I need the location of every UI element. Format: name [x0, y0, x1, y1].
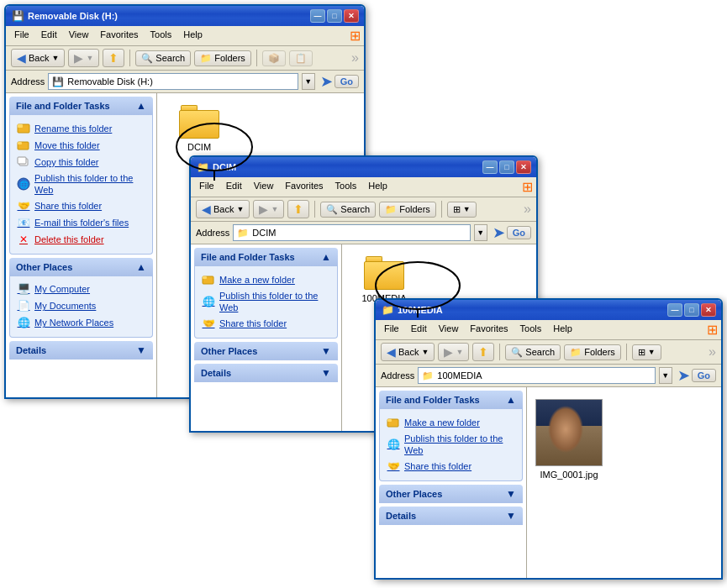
menu-edit-3[interactable]: Edit: [406, 322, 432, 338]
search-icon-3: 🔍: [511, 347, 523, 358]
panel-link-mycomputer-1[interactable]: 🖥️ My Computer: [17, 281, 145, 298]
menu-file-2[interactable]: File: [194, 179, 219, 195]
back-arrow-icon-2: ◀: [202, 202, 211, 216]
maximize-button-1[interactable]: □: [327, 9, 342, 23]
folders-button-2[interactable]: 📁 Folders: [379, 202, 436, 218]
menu-tools-1[interactable]: Tools: [145, 28, 177, 44]
go-button-1[interactable]: Go: [335, 75, 359, 88]
menu-tools-3[interactable]: Tools: [515, 322, 547, 338]
menu-favorites-2[interactable]: Favorites: [280, 179, 328, 195]
go-button-2[interactable]: Go: [507, 226, 531, 239]
menu-favorites-1[interactable]: Favorites: [95, 28, 143, 44]
panel-header-file-tasks-1[interactable]: File and Folder Tasks ▲: [9, 97, 153, 115]
close-button-2[interactable]: ✕: [516, 160, 531, 174]
panel-link-newfolder-2[interactable]: Make a new folder: [202, 271, 330, 288]
panel-header-file-tasks-3[interactable]: File and Folder Tasks ▲: [379, 391, 523, 409]
search-label-2: Search: [340, 204, 370, 214]
view-button-2[interactable]: ⊞ ▼: [447, 202, 477, 218]
panel-header-details-3[interactable]: Details ▼: [379, 507, 523, 525]
folder-body-100media: [364, 261, 404, 290]
panel-link-publish-3[interactable]: 🌐 Publish this folder to the Web: [387, 431, 515, 459]
panel-header-other-2[interactable]: Other Places ▼: [194, 342, 338, 360]
address-dropdown-3[interactable]: ▼: [659, 367, 672, 384]
forward-dropdown-icon-1: ▼: [86, 54, 93, 62]
mydocs-label-1: My Documents: [34, 300, 96, 312]
panel-header-other-3[interactable]: Other Places ▼: [379, 485, 523, 503]
back-button-1[interactable]: ◀ Back ▼: [11, 49, 65, 67]
panel-header-details-2[interactable]: Details ▼: [194, 364, 338, 382]
address-icon-3: 📁: [422, 370, 434, 381]
panel-link-copy-1[interactable]: Copy this folder: [17, 154, 145, 171]
panel-link-mydocs-1[interactable]: 📄 My Documents: [17, 298, 145, 315]
panel-link-publish-1[interactable]: 🌐 Publish this folder to the Web: [17, 171, 145, 198]
svg-rect-12: [536, 400, 602, 465]
menu-favorites-3[interactable]: Favorites: [465, 322, 513, 338]
panel-header-file-tasks-2[interactable]: File and Folder Tasks ▲: [194, 248, 338, 266]
panel-link-share-3[interactable]: 🤝 Share this folder: [387, 459, 515, 475]
up-button-2[interactable]: ⬆: [287, 200, 309, 218]
rename-label-1: Rename this folder: [34, 123, 112, 134]
menu-view-3[interactable]: View: [434, 322, 464, 338]
search-button-2[interactable]: 🔍 Search: [320, 202, 376, 218]
panel-link-publish-2[interactable]: 🌐 Publish this folder to the Web: [202, 288, 330, 316]
close-button-3[interactable]: ✕: [701, 303, 716, 317]
forward-button-2[interactable]: ▶ ▼: [253, 200, 284, 218]
go-button-3[interactable]: Go: [692, 369, 716, 382]
panel-link-delete-1[interactable]: ✕ Delete this folder: [17, 232, 145, 249]
chevron-other-2: ▼: [321, 345, 331, 357]
view-button-3[interactable]: ⊞ ▼: [632, 344, 661, 360]
panel-link-email-1[interactable]: 📧 E-mail this folder's files: [17, 215, 145, 232]
address-input-2[interactable]: 📁 DCIM: [233, 224, 470, 241]
menu-help-1[interactable]: Help: [178, 28, 208, 44]
mycomputer-label-1: My Computer: [34, 283, 90, 295]
panel-link-rename-1[interactable]: Rename this folder: [17, 120, 145, 137]
menu-file-3[interactable]: File: [379, 322, 404, 338]
window-icon-2: 📁: [196, 160, 209, 174]
back-button-3[interactable]: ◀ Back ▼: [381, 343, 435, 361]
menu-view-2[interactable]: View: [249, 179, 279, 195]
menu-edit-1[interactable]: Edit: [36, 28, 62, 44]
minimize-button-3[interactable]: —: [667, 303, 682, 317]
folders-button-3[interactable]: 📁 Folders: [564, 344, 621, 360]
window-100media[interactable]: 📁 100MEDIA — □ ✕ File Edit View Favorite…: [374, 298, 723, 580]
address-input-1[interactable]: 💾 Removable Disk (H:): [48, 73, 298, 90]
panel-link-share-2[interactable]: 🤝 Share this folder: [202, 316, 330, 333]
panel-link-mynetwork-1[interactable]: 🌐 My Network Places: [17, 315, 145, 332]
minimize-button-2[interactable]: —: [482, 160, 498, 174]
svg-rect-16: [563, 431, 582, 443]
forward-button-3[interactable]: ▶ ▼: [438, 343, 469, 361]
delete-icon-1: ✕: [17, 234, 30, 247]
menu-help-3[interactable]: Help: [548, 322, 577, 338]
image-item-img0001[interactable]: IMG_0001.jpg: [535, 396, 603, 483]
folder-item-dcim[interactable]: DCIM: [166, 102, 233, 155]
minimize-button-1[interactable]: —: [310, 9, 325, 23]
menu-tools-2[interactable]: Tools: [330, 179, 362, 195]
up-button-1[interactable]: ⬆: [103, 49, 124, 67]
maximize-button-3[interactable]: □: [684, 303, 699, 317]
search-button-1[interactable]: 🔍 Search: [135, 50, 191, 66]
panel-header-other-1[interactable]: Other Places ▲: [9, 258, 153, 276]
menu-edit-2[interactable]: Edit: [221, 179, 247, 195]
folders-button-1[interactable]: 📁 Folders: [194, 50, 251, 66]
copy-to-button-1[interactable]: 📋: [289, 50, 313, 66]
close-button-1[interactable]: ✕: [344, 9, 359, 23]
panel-link-move-1[interactable]: Move this folder: [17, 137, 145, 154]
mydocs-icon-1: 📄: [17, 300, 30, 313]
panel-link-share-1[interactable]: 🤝 Share this folder: [17, 198, 145, 215]
address-icon-2: 📁: [237, 228, 249, 239]
maximize-button-2[interactable]: □: [499, 160, 514, 174]
forward-button-1[interactable]: ▶ ▼: [68, 49, 99, 67]
menu-view-1[interactable]: View: [64, 28, 94, 44]
panel-link-newfolder-3[interactable]: Make a new folder: [387, 414, 515, 431]
move-to-button-1[interactable]: 📦: [262, 50, 286, 66]
search-button-3[interactable]: 🔍 Search: [505, 344, 561, 360]
address-dropdown-2[interactable]: ▼: [474, 224, 487, 241]
address-input-3[interactable]: 📁 100MEDIA: [418, 367, 655, 384]
address-dropdown-1[interactable]: ▼: [302, 73, 315, 90]
up-button-3[interactable]: ⬆: [472, 343, 494, 361]
back-button-2[interactable]: ◀ Back ▼: [196, 200, 250, 218]
panel-title-file-tasks-3: File and Folder Tasks: [386, 395, 480, 405]
panel-header-details-1[interactable]: Details ▼: [9, 341, 153, 360]
menu-file-1[interactable]: File: [9, 28, 34, 44]
menu-help-2[interactable]: Help: [363, 179, 392, 195]
